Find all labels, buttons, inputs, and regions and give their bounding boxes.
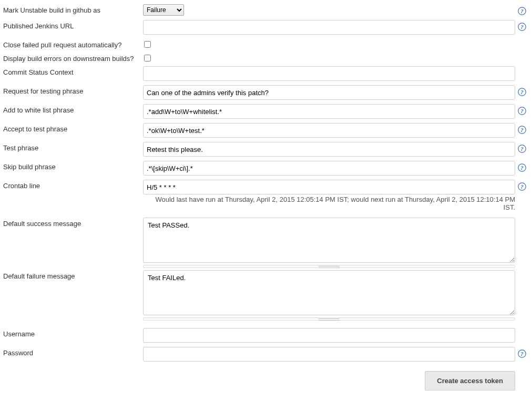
checkbox-close-failed[interactable] — [144, 41, 151, 48]
help-icon[interactable] — [518, 163, 526, 172]
input-commit-context[interactable] — [143, 66, 515, 81]
help-icon[interactable] — [518, 88, 526, 96]
label-failure-msg: Default failure message — [3, 270, 143, 280]
label-commit-context: Commit Status Context — [3, 66, 143, 76]
crontab-hint: Would last have run at Thursday, April 2… — [143, 196, 515, 211]
label-close-failed: Close failed pull request automatically? — [3, 39, 143, 49]
create-access-token-button[interactable]: Create access token — [425, 371, 515, 390]
input-password[interactable] — [143, 347, 515, 362]
label-test-phrase: Test phrase — [3, 142, 143, 152]
input-test-phrase[interactable] — [143, 142, 515, 157]
input-username[interactable] — [143, 328, 515, 343]
label-display-errors: Display build errors on downstream build… — [3, 53, 143, 63]
input-skip-build[interactable] — [143, 161, 515, 176]
label-success-msg: Default success message — [3, 218, 143, 228]
help-icon[interactable] — [518, 7, 526, 15]
config-form: Mark Unstable build in github as Failure… — [3, 4, 529, 390]
label-published-url: Published Jenkins URL — [3, 20, 143, 30]
checkbox-display-errors[interactable] — [144, 55, 151, 61]
help-icon[interactable] — [518, 126, 526, 134]
label-username: Username — [3, 328, 143, 338]
textarea-success-msg[interactable] — [143, 218, 515, 263]
input-request-testing[interactable] — [143, 85, 515, 100]
help-icon[interactable] — [518, 23, 526, 31]
input-whitelist[interactable] — [143, 104, 515, 119]
help-icon[interactable] — [518, 182, 526, 191]
resize-handle[interactable] — [143, 265, 515, 268]
label-skip-build: Skip build phrase — [3, 161, 143, 171]
input-accept-test[interactable] — [143, 123, 515, 138]
resize-handle[interactable] — [143, 317, 515, 321]
label-whitelist: Add to white list phrase — [3, 104, 143, 114]
label-accept-test: Accept to test phrase — [3, 123, 143, 133]
help-icon[interactable] — [518, 107, 526, 115]
label-request-testing: Request for testing phrase — [3, 85, 143, 95]
help-icon[interactable] — [518, 145, 526, 153]
textarea-failure-msg[interactable] — [143, 270, 515, 315]
label-mark-unstable: Mark Unstable build in github as — [3, 4, 143, 14]
input-published-url[interactable] — [143, 20, 515, 35]
label-crontab: Crontab line — [3, 180, 143, 190]
help-icon[interactable] — [518, 349, 526, 358]
input-crontab[interactable] — [143, 180, 515, 194]
label-password: Password — [3, 347, 143, 357]
select-mark-unstable[interactable]: Failure — [143, 4, 184, 16]
